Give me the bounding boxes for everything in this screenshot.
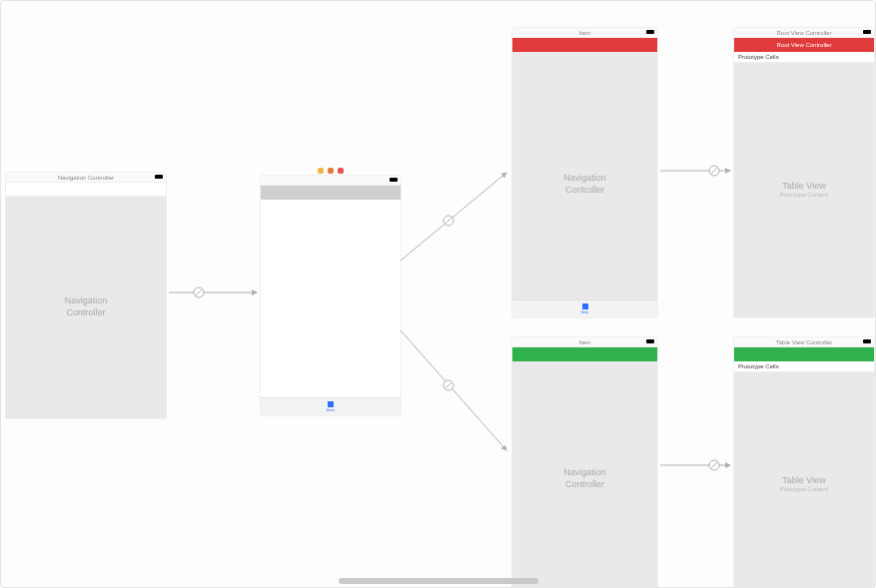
scene-center-tab[interactable]: Item xyxy=(261,176,401,415)
nav-controller-label: Navigation Controller xyxy=(548,467,621,490)
tableview-label: Table View Prototype Content xyxy=(780,475,828,494)
battery-icon xyxy=(646,30,654,34)
storyboard-canvas[interactable]: Navigation Controller Navigation Control… xyxy=(0,0,876,588)
navbar-green xyxy=(734,347,874,361)
tableview-label: Table View Prototype Content xyxy=(780,181,828,200)
battery-icon xyxy=(155,175,163,179)
svg-line-4 xyxy=(445,218,451,224)
scene-title-text: Item xyxy=(579,30,591,36)
battery-icon xyxy=(646,339,654,343)
scene-title-text: Item xyxy=(579,339,591,345)
battery-icon xyxy=(863,339,871,343)
navbar xyxy=(261,186,401,200)
scene-body: Navigation Controller xyxy=(512,52,657,317)
tabbar[interactable]: Item xyxy=(512,299,657,317)
prototype-cells-label: Prototype Cells xyxy=(734,361,874,372)
navbar-red: Root View Controller xyxy=(734,38,874,52)
scene-titlebar: Item xyxy=(512,337,657,347)
svg-point-5 xyxy=(443,380,453,390)
scene-top-table[interactable]: Root View Controller Root View Controlle… xyxy=(734,28,874,317)
scene-bot-nav[interactable]: Item Navigation Controller xyxy=(512,337,657,588)
badge-vc-icon xyxy=(318,168,324,174)
prototype-cells-label: Prototype Cells xyxy=(734,52,874,63)
scene-titlebar: Root View Controller xyxy=(734,28,874,38)
scene-title-text: Navigation Controller xyxy=(58,175,114,181)
tableview-body: Table View Prototype Content xyxy=(734,63,874,317)
horizontal-scrollbar[interactable] xyxy=(339,578,538,584)
scene-titlebar: Navigation Controller xyxy=(6,173,166,183)
navbar-red xyxy=(512,38,657,52)
svg-line-9 xyxy=(711,168,717,174)
badge-first-responder-icon xyxy=(328,168,334,174)
badge-exit-icon xyxy=(338,168,344,174)
scene-selected-badges xyxy=(318,168,344,174)
scene-title-text: Table View Controller xyxy=(776,339,833,345)
nav-controller-label: Navigation Controller xyxy=(548,173,621,196)
scene-body: Navigation Controller xyxy=(6,197,166,418)
svg-point-3 xyxy=(443,216,453,226)
tab-item-label: Item xyxy=(327,407,335,412)
battery-icon xyxy=(390,178,398,182)
scene-bot-table[interactable]: Table View Controller Prototype Cells Ta… xyxy=(734,337,874,588)
svg-point-1 xyxy=(194,288,204,297)
scene-titlebar: Item xyxy=(512,28,657,38)
navbar-title: Root View Controller xyxy=(734,38,874,52)
svg-line-12 xyxy=(711,462,717,468)
nav-controller-label: Navigation Controller xyxy=(46,295,126,318)
navbar xyxy=(6,183,166,197)
scene-titlebar xyxy=(261,176,401,186)
scene-title-text: Root View Controller xyxy=(777,30,832,36)
tableview-text: Table View xyxy=(782,475,825,485)
svg-point-8 xyxy=(709,166,719,176)
tableview-sub: Prototype Content xyxy=(780,486,828,494)
scene-titlebar: Table View Controller xyxy=(734,337,874,347)
navbar-green xyxy=(512,347,657,361)
scene-top-nav[interactable]: Item Navigation Controller Item xyxy=(512,28,657,317)
tab-item-label: Item xyxy=(581,309,589,314)
svg-point-11 xyxy=(709,460,719,470)
scene-body xyxy=(261,200,401,415)
svg-line-2 xyxy=(196,290,202,295)
tabbar[interactable]: Item xyxy=(261,397,401,415)
tableview-text: Table View xyxy=(782,181,825,191)
tableview-body: Table View Prototype Content xyxy=(734,372,874,588)
scene-left-nav[interactable]: Navigation Controller Navigation Control… xyxy=(6,173,166,418)
scene-body: Navigation Controller xyxy=(512,361,657,588)
svg-line-6 xyxy=(445,382,451,388)
battery-icon xyxy=(863,30,871,34)
tableview-sub: Prototype Content xyxy=(780,192,828,200)
